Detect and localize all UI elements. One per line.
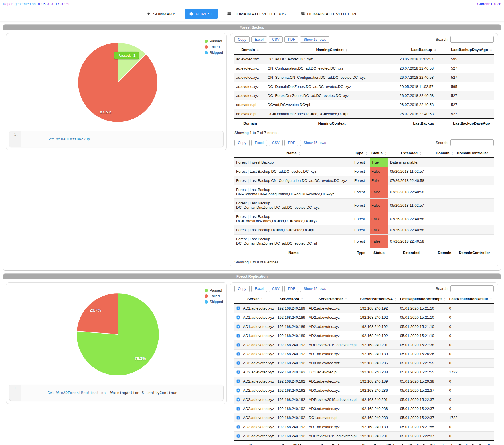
expand-row-icon[interactable]: + bbox=[236, 343, 240, 347]
column-header-lastbackupdaysago[interactable]: LastBackupDaysAgo▲▼ bbox=[449, 45, 494, 54]
table-cell: 192.168.240.189 bbox=[358, 422, 398, 432]
table-row: Forest | Last Backup DC=DomainDnsZones,D… bbox=[234, 199, 494, 212]
column-header-server: Server bbox=[234, 441, 276, 445]
report-generated-link[interactable]: Report generated on 01/05/2020 17:20:29 bbox=[3, 2, 69, 6]
table-row: +AD2.ad.evotec.xyz192.168.240.192ADPrevi… bbox=[234, 340, 494, 350]
column-header-status[interactable]: Status▲▼ bbox=[370, 149, 388, 158]
column-header-domaincontroller[interactable]: DomainController▲▼ bbox=[455, 149, 494, 158]
column-header-lastreplicationattempt[interactable]: LastReplicationAttempt▲▼ bbox=[398, 294, 448, 304]
csv-button[interactable]: CSV bbox=[269, 36, 283, 43]
legend-item-passed[interactable]: Passed bbox=[205, 39, 223, 43]
table-cell: 192.168.240.236 bbox=[358, 359, 398, 368]
legend-item-skipped[interactable]: Skipped bbox=[205, 50, 223, 55]
code-command: Get-WinADLastBackup bbox=[48, 137, 90, 141]
table-cell: 192.168.240.189 bbox=[276, 331, 307, 340]
table-cell: 192.168.240.236 bbox=[358, 386, 398, 395]
show-15-rows-button[interactable]: Show 15 rows bbox=[300, 286, 329, 292]
table-cell: 26.07.2018 22:40:58 bbox=[398, 100, 449, 109]
column-header-extended[interactable]: Extended▲▼ bbox=[388, 149, 434, 158]
table-cell: Forest | Forest Backup bbox=[234, 158, 353, 167]
table-cell: 05.01.2020 15:22:37 bbox=[398, 404, 448, 413]
copy-button[interactable]: Copy bbox=[234, 36, 250, 43]
excel-button[interactable]: Excel bbox=[251, 286, 267, 292]
pdf-button[interactable]: PDF bbox=[284, 140, 298, 146]
column-header-serverpartner[interactable]: ServerPartner▲▼ bbox=[307, 294, 359, 304]
version-link[interactable]: Current: 0.0.28 bbox=[477, 2, 501, 6]
expand-row-icon[interactable]: + bbox=[236, 397, 240, 402]
column-header-lastreplicationresult[interactable]: LastReplicationResult▲▼ bbox=[448, 294, 494, 304]
pdf-button[interactable]: PDF bbox=[284, 36, 298, 43]
pie-slice-failed[interactable] bbox=[77, 293, 118, 334]
expand-row-icon[interactable]: + bbox=[236, 352, 240, 356]
search-input[interactable] bbox=[450, 36, 494, 43]
expand-row-icon[interactable]: + bbox=[236, 315, 240, 320]
column-header-domain[interactable]: Domain▲▼ bbox=[234, 45, 266, 54]
legend-item-passed[interactable]: Passed bbox=[205, 288, 223, 292]
expand-row-icon[interactable]: + bbox=[236, 416, 240, 420]
legend-item-skipped[interactable]: Skipped bbox=[205, 300, 223, 304]
csv-button[interactable]: CSV bbox=[269, 140, 283, 146]
legend-item-failed[interactable]: Failed bbox=[205, 294, 223, 298]
expand-row-icon[interactable]: + bbox=[236, 361, 240, 365]
tab-summary[interactable]: SUMMARY bbox=[142, 9, 180, 19]
table-cell: 05.01.2020 15:21:10 bbox=[398, 331, 448, 340]
column-header-namingcontext: NamingContext bbox=[266, 119, 398, 128]
expand-row-icon[interactable]: + bbox=[236, 379, 240, 383]
tab-forest[interactable]: FOREST bbox=[185, 9, 218, 19]
table-cell: Forest | Last Backup DC=DomainDnsZones,D… bbox=[234, 199, 353, 212]
excel-button[interactable]: Excel bbox=[251, 140, 267, 146]
show-15-rows-button[interactable]: Show 15 rows bbox=[300, 36, 329, 43]
table-cell: CN=Schema,CN=Configuration,DC=ad,DC=evot… bbox=[266, 73, 398, 82]
column-header-serveripv4[interactable]: ServerIPV4▲▼ bbox=[276, 294, 307, 304]
table-cell: AD2.ad.evotec.xyz bbox=[307, 322, 359, 331]
show-15-rows-button[interactable]: Show 15 rows bbox=[300, 140, 329, 146]
table-cell: +AD2.ad.evotec.xyz bbox=[234, 350, 276, 358]
table-row: ad.evotec.xyzDC=DomainDnsZones,DC=ad,DC=… bbox=[234, 82, 494, 91]
table-row: +AD2.ad.evotec.xyz192.168.240.192ADPrevi… bbox=[234, 432, 494, 441]
expand-row-icon[interactable]: + bbox=[236, 306, 240, 310]
expand-row-icon[interactable]: + bbox=[236, 324, 240, 329]
search-input[interactable] bbox=[450, 285, 494, 292]
tab-domain-ad-evotec-xyz[interactable]: DOMAIN AD.EVOTEC.XYZ bbox=[222, 9, 292, 19]
pdf-button[interactable]: PDF bbox=[284, 286, 298, 292]
sort-icon: ▲▼ bbox=[261, 298, 263, 301]
table-row: +AD1.ad.evotec.xyz192.168.240.189AD2.ad.… bbox=[234, 322, 494, 331]
expand-row-icon[interactable]: + bbox=[236, 370, 240, 374]
table-cell: 192.168.240.192 bbox=[276, 432, 307, 441]
table-cell: Forest bbox=[353, 176, 370, 185]
code-command: Get-WinADForestReplication bbox=[48, 391, 106, 395]
table-cell: Forest | Last Backup DC=DomainDnsZones,D… bbox=[234, 235, 353, 248]
table-row: +AD2.ad.evotec.xyz192.168.240.192DC1.ad.… bbox=[234, 368, 494, 377]
expand-row-icon[interactable]: + bbox=[236, 388, 240, 393]
column-header-lastbackup[interactable]: LastBackup▲▼ bbox=[398, 45, 449, 54]
csv-button[interactable]: CSV bbox=[269, 286, 283, 292]
expand-row-icon[interactable]: + bbox=[236, 425, 240, 429]
backup-tables-card: CopyExcelCSVPDFShow 15 rows Search: Doma… bbox=[230, 33, 498, 267]
column-header-server[interactable]: Server▲▼ bbox=[234, 294, 276, 304]
expand-row-icon[interactable]: + bbox=[236, 434, 240, 438]
table-summary: Showing 1 to 7 of 7 entries bbox=[234, 131, 278, 135]
table-cell: 07/26/2018 22:40:58 bbox=[388, 176, 434, 185]
column-header-serverpartneripv4[interactable]: ServerPartnerIPV4▲▼ bbox=[358, 294, 398, 304]
expand-row-icon[interactable]: + bbox=[236, 334, 240, 338]
table-cell: AD3.ad.evotec.xyz bbox=[307, 386, 359, 395]
table-cell bbox=[455, 212, 494, 225]
table-cell: 07/26/2018 22:40:58 bbox=[388, 212, 434, 225]
column-header-domain[interactable]: Domain▲▼ bbox=[434, 149, 455, 158]
expand-row-icon[interactable]: + bbox=[236, 407, 240, 411]
table-cell bbox=[455, 167, 494, 176]
legend-item-failed[interactable]: Failed bbox=[205, 45, 223, 49]
tab-domain-ad-evotec-pl[interactable]: DOMAIN AD.EVOTEC.PL bbox=[296, 9, 362, 19]
copy-button[interactable]: Copy bbox=[234, 140, 250, 146]
table-cell: +AD2.ad.evotec.xyz bbox=[234, 404, 276, 413]
table-cell: AD3.ad.evotec.xyz bbox=[307, 404, 359, 413]
excel-button[interactable]: Excel bbox=[251, 36, 267, 43]
column-header-name[interactable]: Name▲▼ bbox=[234, 149, 353, 158]
top-bar: Report generated on 01/05/2020 17:20:29 … bbox=[0, 0, 504, 7]
table-cell: 26.07.2018 22:40:58 bbox=[398, 109, 449, 119]
table-cell: 192.168.240.201 bbox=[358, 432, 398, 441]
column-header-namingcontext[interactable]: NamingContext▲▼ bbox=[266, 45, 398, 54]
column-header-type[interactable]: Type▲▼ bbox=[353, 149, 370, 158]
search-input[interactable] bbox=[450, 139, 494, 146]
copy-button[interactable]: Copy bbox=[234, 286, 250, 292]
